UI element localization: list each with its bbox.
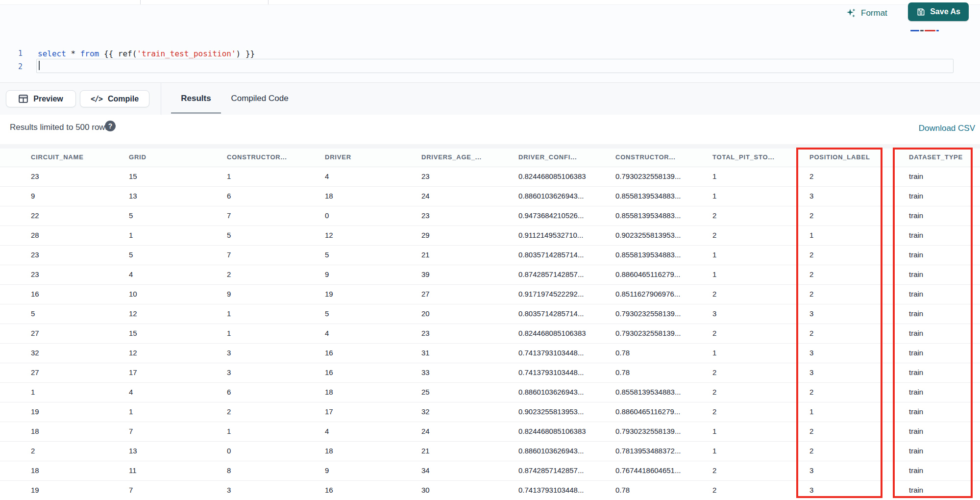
- table-cell: 2: [809, 427, 813, 435]
- table-cell: 0.8511627906976...: [615, 290, 680, 298]
- code-line-1[interactable]: select * from {{ ref('train_test_positio…: [38, 49, 255, 58]
- table-cell: 0.824468085106383: [518, 329, 586, 337]
- editor-minimap: [910, 29, 941, 32]
- tab-results[interactable]: Results: [171, 83, 221, 114]
- table-cell: 23: [421, 211, 430, 220]
- table-row: 18714240.8244680851063830.7930232558139.…: [0, 422, 980, 442]
- table-row: 51215200.8035714285714...0.7930232558139…: [0, 304, 980, 324]
- table-cell: 3: [712, 309, 716, 318]
- active-line-highlight[interactable]: [36, 59, 954, 73]
- code-token-plain: *: [71, 49, 75, 58]
- table-cell: 16: [325, 349, 333, 357]
- table-cell: 2: [809, 172, 813, 180]
- table-cell: 17: [129, 368, 137, 376]
- table-cell: 18: [31, 466, 39, 475]
- compile-button[interactable]: </> Compile: [80, 90, 149, 107]
- help-icon[interactable]: ?: [105, 121, 116, 131]
- save-icon: [916, 7, 926, 17]
- table-cell: 0.7413793103448...: [518, 349, 584, 357]
- table-cell: 2: [809, 388, 813, 396]
- column-header-position_label: POSITION_LABEL: [809, 153, 870, 161]
- code-token-keyword: from: [80, 49, 99, 58]
- table-cell: 4: [325, 329, 329, 337]
- table-cell: 28: [31, 231, 39, 239]
- table-cell: 0.7674418604651...: [615, 466, 681, 475]
- editor-tab-strip: [0, 0, 980, 5]
- table-cell: 1: [227, 309, 231, 318]
- format-label: Format: [861, 8, 887, 18]
- table-cell: 34: [421, 466, 430, 475]
- table-cell: 4: [129, 388, 133, 396]
- minimap-mark: [920, 30, 924, 31]
- results-toolbar: Preview </> Compile Results Compiled Cod…: [0, 82, 980, 115]
- column-header-driver_confi: DRIVER_CONFI...: [518, 153, 577, 161]
- tab-compiled-code[interactable]: Compiled Code: [216, 83, 304, 114]
- table-cell: 21: [421, 447, 430, 455]
- sql-editor[interactable]: 1 2 select * from {{ ref('train_test_pos…: [0, 5, 980, 82]
- table-cell: 1: [129, 407, 133, 416]
- table-cell: 3: [809, 368, 813, 376]
- format-button[interactable]: Format: [846, 6, 887, 21]
- download-csv-link[interactable]: Download CSV: [919, 124, 975, 133]
- column-header-constructor: CONSTRUCTOR...: [227, 153, 287, 161]
- table-cell: 5: [325, 250, 329, 259]
- table-cell: 2: [809, 290, 813, 298]
- table-cell: 0.8558139534883...: [615, 192, 681, 200]
- table-cell: 0.7930232558139...: [615, 329, 681, 337]
- table-cell: 4: [325, 172, 329, 180]
- table-cell: 2: [712, 407, 716, 416]
- code-token-plain: ) }}: [236, 49, 255, 58]
- table-cell: 0.824468085106383: [518, 172, 586, 180]
- table-cell: 2: [809, 270, 813, 278]
- table-cell: train: [909, 407, 923, 416]
- table-cell: 2: [712, 486, 716, 494]
- column-header-constructor: CONSTRUCTOR...: [615, 153, 676, 161]
- table-cell: 13: [129, 192, 137, 200]
- table-cell: 2: [712, 290, 716, 298]
- table-cell: 0.7413793103448...: [518, 368, 584, 376]
- save-as-button[interactable]: Save As: [908, 2, 969, 21]
- table-cell: 2: [712, 231, 716, 239]
- table-cell: 2: [227, 270, 231, 278]
- table-cell: 0.8860465116279...: [615, 270, 680, 278]
- table-cell: 1: [809, 407, 813, 416]
- table-header-row: CIRCUIT_NAMEGRIDCONSTRUCTOR...DRIVERDRIV…: [0, 149, 980, 167]
- line-number: 1: [10, 49, 23, 58]
- dbt-ide-screen: 1 2 select * from {{ ref('train_test_pos…: [0, 0, 980, 500]
- table-cell: 16: [325, 368, 333, 376]
- table-cell: 0.7813953488372...: [615, 447, 681, 455]
- table-cell: train: [909, 368, 923, 376]
- table-row: 213018210.8860103626943...0.781395348837…: [0, 442, 980, 461]
- table-cell: train: [909, 290, 923, 298]
- table-cell: 12: [325, 231, 333, 239]
- table-cell: 27: [31, 329, 39, 337]
- table-cell: 0.7930232558139...: [615, 427, 681, 435]
- table-row: 231514230.8244680851063830.7930232558139…: [0, 167, 980, 187]
- table-cell: 0.7930232558139...: [615, 309, 681, 318]
- table-cell: 0.8860103626943...: [518, 192, 584, 200]
- table-cell: 23: [421, 172, 430, 180]
- table-cell: 0.8860103626943...: [518, 447, 584, 455]
- code-token-plain: [75, 49, 80, 58]
- table-cell: 0.8860103626943...: [518, 388, 584, 396]
- line-number: 2: [10, 62, 23, 71]
- table-cell: 25: [421, 388, 430, 396]
- table-cell: 0.8742857142857...: [518, 270, 584, 278]
- table-cell: 2: [809, 250, 813, 259]
- table-cell: 9: [325, 466, 329, 475]
- table-cell: 23: [421, 329, 430, 337]
- table-cell: 0.9473684210526...: [518, 211, 584, 220]
- table-cell: 5: [31, 309, 35, 318]
- table-cell: 1: [712, 447, 716, 455]
- preview-button[interactable]: Preview: [6, 90, 76, 107]
- table-cell: 7: [129, 486, 133, 494]
- table-cell: 2: [712, 368, 716, 376]
- table-cell: 8: [227, 466, 231, 475]
- table-row: 1610919270.9171974522292...0.85116279069…: [0, 285, 980, 304]
- table-cell: 23: [31, 172, 39, 180]
- table-cell: 2: [712, 329, 716, 337]
- table-cell: 18: [325, 192, 333, 200]
- table-cell: 1: [712, 192, 716, 200]
- table-cell: 19: [31, 407, 39, 416]
- table-row: 14618250.8860103626943...0.8558139534883…: [0, 383, 980, 402]
